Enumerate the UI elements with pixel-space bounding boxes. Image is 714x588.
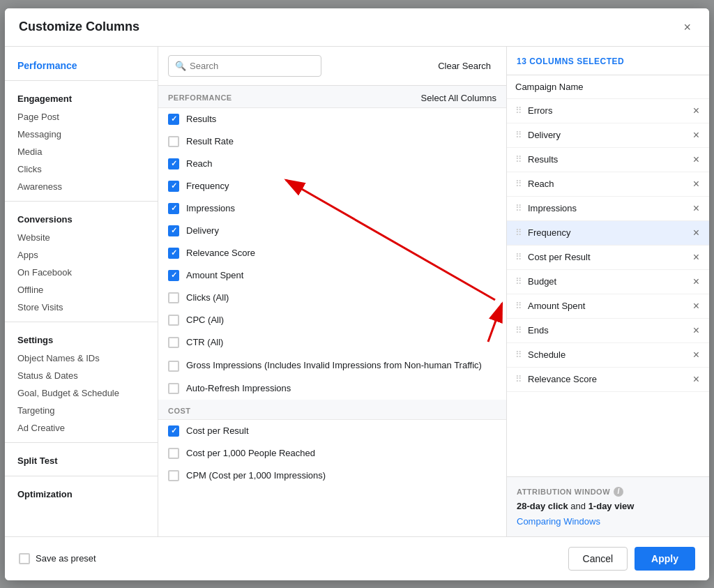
drag-handle-errors[interactable]: ⠿ [515, 105, 522, 116]
selected-item-schedule-label: Schedule [528, 349, 565, 360]
remove-relevance-score-button[interactable]: × [692, 374, 701, 385]
sidebar-item-clicks[interactable]: Clicks [5, 160, 158, 178]
search-input[interactable] [168, 55, 321, 77]
drag-handle-reach[interactable]: ⠿ [515, 179, 522, 189]
remove-reach-button[interactable]: × [692, 179, 701, 190]
sidebar-item-status-dates[interactable]: Status & Dates [5, 367, 158, 384]
sidebar-item-on-facebook[interactable]: On Facebook [5, 264, 158, 281]
selected-count: 13 COLUMNS SELECTED [517, 56, 624, 66]
checkbox-relevance-score[interactable]: Relevance Score [158, 242, 506, 264]
search-input-wrap: 🔍 [168, 55, 321, 77]
sidebar-item-apps[interactable]: Apps [5, 246, 158, 264]
modal-header: Customize Columns × [5, 8, 709, 47]
comparing-windows-link[interactable]: Comparing Windows [517, 516, 600, 527]
selected-item-errors: ⠿ Errors × [507, 99, 709, 123]
checkbox-frequency-label: Frequency [186, 181, 229, 191]
modal-title: Customize Columns [19, 20, 139, 34]
remove-delivery-button[interactable]: × [692, 130, 701, 141]
sidebar-item-object-names[interactable]: Object Names & IDs [5, 349, 158, 367]
apply-button[interactable]: Apply [635, 547, 695, 571]
drag-handle-impressions[interactable]: ⠿ [515, 203, 522, 213]
select-all-columns-button[interactable]: Select All Columns [421, 93, 496, 103]
remove-cost-per-result-button[interactable]: × [692, 252, 701, 263]
checkbox-delivery-icon [168, 225, 179, 236]
checkbox-cost-per-result-label: Cost per Result [186, 425, 249, 436]
checkbox-cpm[interactable]: CPM (Cost per 1,000 Impressions) [158, 465, 506, 487]
sidebar-item-website[interactable]: Website [5, 229, 158, 246]
checkbox-reach[interactable]: Reach [158, 153, 506, 175]
cancel-button[interactable]: Cancel [568, 547, 628, 571]
sidebar-item-store-visits[interactable]: Store Visits [5, 299, 158, 316]
checkbox-auto-refresh-icon [168, 383, 179, 394]
checkbox-cost-per-result[interactable]: Cost per Result [158, 420, 506, 442]
checkbox-cpc-all[interactable]: CPC (All) [158, 309, 506, 331]
sidebar-section-settings: Settings [5, 328, 158, 349]
drag-handle-cost-per-result[interactable]: ⠿ [515, 252, 522, 262]
checkbox-delivery[interactable]: Delivery [158, 220, 506, 242]
checkbox-amount-spent-label: Amount Spent [186, 270, 243, 280]
divider [5, 322, 158, 322]
remove-amount-spent-button[interactable]: × [692, 301, 701, 312]
sidebar-item-targeting[interactable]: Targeting [5, 402, 158, 419]
drag-handle-frequency[interactable]: ⠿ [515, 227, 522, 238]
selected-item-campaign-name-label: Campaign Name [515, 82, 584, 92]
sidebar-item-goal-budget[interactable]: Goal, Budget & Schedule [5, 384, 158, 402]
checkbox-gross-impressions-icon [168, 361, 179, 372]
drag-handle-relevance-score[interactable]: ⠿ [515, 374, 522, 384]
clear-search-button[interactable]: Clear Search [432, 61, 496, 71]
selected-item-cost-per-result: ⠿ Cost per Result × [507, 246, 709, 270]
checkbox-amount-spent[interactable]: Amount Spent [158, 264, 506, 287]
sidebar-item-messaging[interactable]: Messaging [5, 126, 158, 143]
drag-handle-results[interactable]: ⠿ [515, 154, 522, 165]
sidebar-item-media[interactable]: Media [5, 143, 158, 160]
checkbox-auto-refresh[interactable]: Auto-Refresh Impressions [158, 377, 506, 400]
close-button[interactable]: × [679, 20, 695, 35]
checkbox-gross-impressions[interactable]: Gross Impressions (Includes Invalid Impr… [158, 354, 506, 377]
divider [5, 80, 158, 81]
checkbox-ctr-all[interactable]: CTR (All) [158, 331, 506, 354]
sidebar: Performance Engagement Page Post Messagi… [5, 47, 158, 536]
drag-handle-delivery[interactable]: ⠿ [515, 130, 522, 140]
checkbox-result-rate[interactable]: Result Rate [158, 130, 506, 153]
checkbox-results-icon [168, 114, 179, 125]
performance-section-header: PERFORMANCE Select All Columns [158, 86, 506, 108]
checkbox-impressions[interactable]: Impressions [158, 197, 506, 220]
drag-handle-budget[interactable]: ⠿ [515, 276, 522, 287]
sidebar-item-page-post[interactable]: Page Post [5, 108, 158, 126]
selected-item-delivery: ⠿ Delivery × [507, 123, 709, 148]
selected-item-ends: ⠿ Ends × [507, 319, 709, 343]
remove-frequency-button[interactable]: × [692, 227, 701, 239]
remove-errors-button[interactable]: × [692, 105, 701, 116]
middle-column: 🔍 Clear Search PERFORMANCE Select All Co… [158, 47, 507, 536]
selected-item-budget: ⠿ Budget × [507, 270, 709, 294]
sidebar-item-awareness[interactable]: Awareness [5, 178, 158, 195]
drag-handle-amount-spent[interactable]: ⠿ [515, 301, 522, 311]
checkbox-cost-1000-reached[interactable]: Cost per 1,000 People Reached [158, 442, 506, 465]
sidebar-section-split-test: Split Test [5, 448, 158, 470]
checkbox-clicks-all[interactable]: Clicks (All) [158, 287, 506, 309]
remove-schedule-button[interactable]: × [692, 349, 701, 361]
modal-body: Performance Engagement Page Post Messagi… [5, 47, 709, 536]
drag-handle-schedule[interactable]: ⠿ [515, 349, 522, 360]
search-icon: 🔍 [175, 61, 186, 71]
selected-item-ends-label: Ends [528, 325, 549, 336]
checkbox-ctr-all-label: CTR (All) [186, 337, 223, 347]
checkbox-ctr-all-icon [168, 337, 179, 348]
selected-item-ends-left: ⠿ Ends [515, 325, 549, 336]
remove-budget-button[interactable]: × [692, 276, 701, 287]
sidebar-item-performance[interactable]: Performance [5, 56, 158, 75]
info-icon[interactable]: i [614, 487, 623, 497]
sidebar-item-offline[interactable]: Offline [5, 281, 158, 299]
save-preset-checkbox[interactable] [19, 553, 30, 564]
remove-results-button[interactable]: × [692, 154, 701, 165]
checkbox-cpm-label: CPM (Cost per 1,000 Impressions) [186, 470, 326, 481]
checkbox-results[interactable]: Results [158, 108, 506, 130]
drag-handle-ends[interactable]: ⠿ [515, 325, 522, 336]
selected-item-reach-left: ⠿ Reach [515, 179, 554, 189]
selected-item-impressions: ⠿ Impressions × [507, 197, 709, 221]
checkbox-cost-1000-reached-icon [168, 448, 179, 459]
checkbox-frequency[interactable]: Frequency [158, 175, 506, 197]
remove-ends-button[interactable]: × [692, 325, 701, 336]
sidebar-item-ad-creative[interactable]: Ad Creative [5, 419, 158, 437]
remove-impressions-button[interactable]: × [692, 203, 701, 214]
